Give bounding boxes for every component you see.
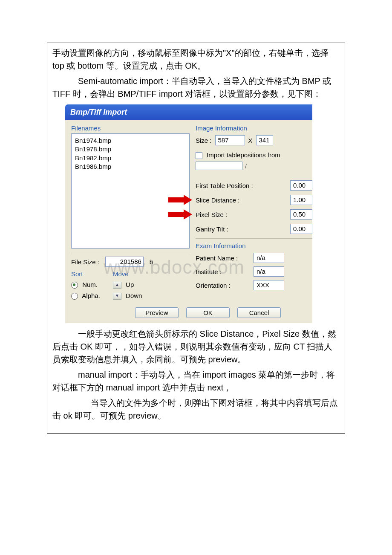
preview-button[interactable]: Preview xyxy=(135,307,179,318)
size-x-label: X xyxy=(248,137,253,144)
gantry-tilt-label: Gantry Tilt : xyxy=(196,225,290,233)
orientation-input[interactable]: XXX xyxy=(254,280,284,290)
size-height-input[interactable]: 341 xyxy=(256,135,273,145)
gantry-tilt-input[interactable]: 0.00 xyxy=(290,224,312,234)
list-item[interactable]: Bn1986.bmp xyxy=(75,162,186,171)
pixel-size-input[interactable]: 0.50 xyxy=(290,209,312,220)
radio-num[interactable] xyxy=(71,282,78,289)
dialog-body: www.bdocx.com Filenames Bn1974.bmp Bn197… xyxy=(65,120,312,323)
tablepositions-path-input[interactable] xyxy=(196,162,242,170)
paragraph-5: 当导入的文件为多个时，则弹出下图对话框，将其中内容填写后点击 ok 即可。可预先… xyxy=(52,396,340,422)
image-info-label: Image Information xyxy=(196,124,312,132)
file-listbox[interactable]: Bn1974.bmp Bn1978.bmp Bn1982.bmp Bn1986.… xyxy=(71,133,190,249)
paragraph-2: Semi-automatic import：半自动导入，当导入的文件格式为 BM… xyxy=(52,75,340,100)
import-tablepositions-checkbox[interactable] xyxy=(196,152,202,159)
list-item[interactable]: Bn1974.bmp xyxy=(75,136,186,145)
file-size-value: 201586 xyxy=(105,257,144,267)
move-label: Move xyxy=(113,270,142,278)
paragraph-1: 手动设置图像的方向，移动鼠标至图像中标为"X"的部位，右键单击，选择 top 或… xyxy=(52,46,340,72)
import-tablepositions-label: Import tablepositions from xyxy=(207,151,280,159)
bmp-tiff-import-dialog: Bmp/Tiff Import www.bdocx.com Filenames … xyxy=(65,104,312,323)
slice-distance-label: Slice Distance : xyxy=(196,197,290,204)
filenames-label: Filenames xyxy=(71,124,190,132)
institute-label: Institute : xyxy=(196,268,250,275)
pixel-size-label: Pixel Size : xyxy=(196,211,290,218)
first-table-position-input[interactable]: 0.00 xyxy=(290,180,312,191)
file-size-label: File Size : xyxy=(71,258,99,266)
cancel-button[interactable]: Cancel xyxy=(237,307,281,318)
paragraph-3: 一般手动更改红色箭头所标示的 Slice Distance，Pixel Size… xyxy=(52,327,340,366)
first-table-position-label: First Table Position : xyxy=(196,182,290,189)
patient-name-label: Patient Name : xyxy=(196,254,250,262)
right-column: Image Information Size : 587 X 341 Impor… xyxy=(196,124,312,300)
orientation-label: Orientation : xyxy=(196,282,250,289)
paragraph-4: manual import：手动导入，当在 import images 菜单的第… xyxy=(52,368,340,394)
path-separator: / xyxy=(245,162,247,170)
move-down-label: Down xyxy=(126,292,142,299)
ok-button[interactable]: OK xyxy=(186,307,230,318)
slice-distance-input[interactable]: 1.00 xyxy=(290,195,312,205)
radio-alpha[interactable] xyxy=(71,293,78,300)
red-arrow-icon xyxy=(168,196,192,204)
institute-input[interactable]: n/a xyxy=(254,266,284,277)
radio-num-label: Num. xyxy=(82,281,98,288)
list-item[interactable]: Bn1982.bmp xyxy=(75,154,186,162)
file-size-unit: b xyxy=(150,258,153,266)
sort-label: Sort xyxy=(71,270,100,278)
move-down-spin[interactable]: ▼ xyxy=(113,293,121,300)
red-arrow-icon xyxy=(168,211,192,218)
size-width-input[interactable]: 587 xyxy=(215,135,245,145)
move-up-label: Up xyxy=(126,281,134,288)
dialog-titlebar: Bmp/Tiff Import xyxy=(65,104,312,120)
radio-alpha-label: Alpha. xyxy=(82,292,100,299)
list-item[interactable]: Bn1978.bmp xyxy=(75,145,186,153)
patient-name-input[interactable]: n/a xyxy=(254,253,284,263)
size-label: Size : xyxy=(196,137,212,144)
document-frame: 手动设置图像的方向，移动鼠标至图像中标为"X"的部位，右键单击，选择 top 或… xyxy=(47,43,345,434)
move-up-spin[interactable]: ▲ xyxy=(113,282,121,289)
exam-info-label: Exam Information xyxy=(196,242,312,249)
